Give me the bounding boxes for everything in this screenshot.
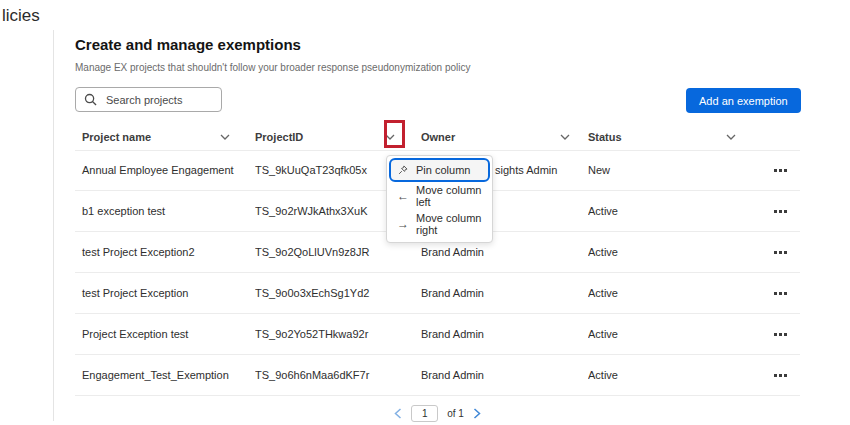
column-header-project-id: ProjectID — [255, 131, 421, 143]
menu-item-pin-column[interactable]: Pin column — [389, 158, 490, 182]
panel-title: Create and manage exemptions — [75, 36, 301, 53]
cell-owner: Brand Admin — [421, 369, 588, 381]
page-heading-fragment: licies — [2, 6, 40, 26]
ellipsis-icon — [779, 169, 782, 172]
cell-status: Active — [588, 205, 738, 217]
pin-icon — [397, 164, 409, 176]
cell-status: Active — [588, 246, 738, 258]
arrow-right-icon: → — [397, 218, 409, 230]
table-row: Engagement_Test_Exemption TS_9o6h6nMaa6d… — [75, 355, 800, 396]
row-actions-button[interactable] — [738, 169, 800, 172]
cell-project-name: test Project Exception2 — [75, 246, 255, 258]
column-label: Status — [588, 131, 622, 143]
chevron-down-icon[interactable] — [726, 134, 736, 140]
cell-status: Active — [588, 287, 738, 299]
cell-project-id: TS_9o6h6nMaa6dKF7r — [255, 369, 421, 381]
cell-project-name: Annual Employee Engagement — [75, 164, 255, 176]
search-icon — [84, 93, 97, 106]
cell-project-id: TS_9o0o3xEchSg1Yd2 — [255, 287, 421, 299]
ellipsis-icon — [779, 333, 782, 336]
next-page-button[interactable] — [473, 408, 481, 419]
cell-project-name: test Project Exception — [75, 287, 255, 299]
page-count-label: of 1 — [447, 408, 464, 419]
column-label: Project name — [82, 131, 151, 143]
cell-status: New — [588, 164, 738, 176]
cell-owner: Brand Admin — [421, 328, 588, 340]
column-header-status: Status — [588, 131, 738, 143]
search-input[interactable] — [104, 93, 213, 107]
cell-project-name: Engagement_Test_Exemption — [75, 369, 255, 381]
menu-item-label: Move column left — [416, 184, 492, 208]
cell-status: Active — [588, 328, 738, 340]
ellipsis-icon — [779, 210, 782, 213]
arrow-left-icon: ← — [397, 190, 409, 202]
cell-project-id: TS_9o2QoLlUVn9z8JR — [255, 246, 421, 258]
table-row: test Project Exception TS_9o0o3xEchSg1Yd… — [75, 273, 800, 314]
column-label: Owner — [421, 131, 455, 143]
ellipsis-icon — [779, 251, 782, 254]
chevron-down-icon[interactable] — [385, 134, 395, 140]
search-box[interactable] — [75, 87, 222, 112]
menu-item-label: Move column right — [416, 212, 492, 236]
cell-project-id: TS_9o2Yo52THkwa92r — [255, 328, 421, 340]
row-actions-button[interactable] — [738, 292, 800, 295]
column-options-menu: Pin column ← Move column left → Move col… — [386, 155, 493, 243]
cell-project-name: Project Exception test — [75, 328, 255, 340]
prev-page-button[interactable] — [394, 408, 402, 419]
content-divider — [53, 30, 54, 421]
row-actions-button[interactable] — [738, 374, 800, 377]
ellipsis-icon — [779, 374, 782, 377]
cell-project-name: b1 exception test — [75, 205, 255, 217]
panel-subtitle: Manage EX projects that shouldn't follow… — [75, 62, 470, 73]
table-header: Project name ProjectID Owner Status — [75, 124, 800, 151]
page-number-input[interactable] — [411, 405, 438, 422]
menu-item-move-column-left[interactable]: ← Move column left — [387, 182, 492, 210]
column-label: ProjectID — [255, 131, 303, 143]
chevron-down-icon[interactable] — [560, 134, 570, 140]
column-header-owner: Owner — [421, 131, 588, 143]
row-actions-button[interactable] — [738, 333, 800, 336]
pagination: of 1 — [75, 403, 800, 423]
chevron-down-icon[interactable] — [220, 134, 230, 140]
menu-item-move-column-right[interactable]: → Move column right — [387, 210, 492, 238]
cell-owner: Brand Admin — [421, 287, 588, 299]
row-actions-button[interactable] — [738, 210, 800, 213]
table-row: Project Exception test TS_9o2Yo52THkwa92… — [75, 314, 800, 355]
add-exemption-button[interactable]: Add an exemption — [686, 88, 801, 113]
ellipsis-icon — [779, 292, 782, 295]
menu-item-label: Pin column — [416, 164, 470, 176]
cell-status: Active — [588, 369, 738, 381]
row-actions-button[interactable] — [738, 251, 800, 254]
cell-owner: Brand Admin — [421, 246, 588, 258]
column-header-project-name: Project name — [75, 131, 255, 143]
